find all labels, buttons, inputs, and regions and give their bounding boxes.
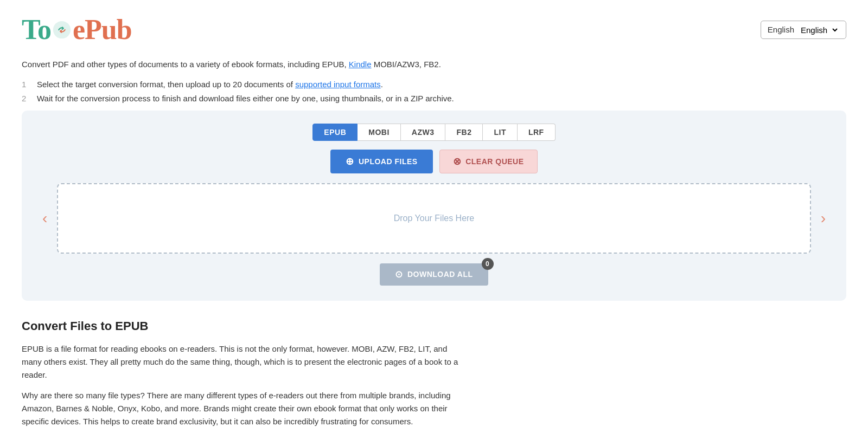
clear-label: CLEAR QUEUE: [465, 157, 524, 166]
svg-point-0: [53, 21, 71, 38]
download-label: DOWNLOAD ALL: [407, 270, 473, 279]
download-icon: ⊙: [395, 269, 403, 280]
format-tabs: EPUB MOBI AZW3 FB2 LIT LRF: [38, 124, 830, 141]
drop-zone[interactable]: Drop Your Files Here: [57, 183, 810, 254]
tab-epub[interactable]: EPUB: [312, 124, 358, 141]
language-dropdown[interactable]: English Spanish French German: [799, 25, 839, 35]
content-para-2: Why are there so many file types? There …: [22, 389, 467, 428]
clear-queue-button[interactable]: ⊗ CLEAR QUEUE: [439, 150, 538, 173]
upload-label: UPLOAD FILES: [359, 157, 418, 166]
tab-fb2[interactable]: FB2: [445, 124, 483, 141]
tab-lit[interactable]: LIT: [483, 124, 518, 141]
upload-button[interactable]: ⊕ UPLOAD FILES: [330, 150, 432, 173]
supported-formats-link[interactable]: supported input formats: [295, 80, 381, 89]
step-2: 2 Wait for the conversion process to fin…: [22, 93, 846, 105]
upload-icon: ⊕: [346, 156, 354, 167]
steps-section: 1 Select the target conversion format, t…: [0, 79, 868, 105]
drop-area-wrapper: ‹ Drop Your Files Here ›: [38, 183, 830, 254]
download-badge: 0: [482, 258, 494, 270]
language-selector[interactable]: English English Spanish French German: [761, 21, 846, 40]
content-section: Convert Files to EPUB EPUB is a file for…: [0, 312, 488, 434]
action-buttons: ⊕ UPLOAD FILES ⊗ CLEAR QUEUE: [38, 150, 830, 173]
download-row: ⊙ DOWNLOAD ALL 0: [38, 263, 830, 286]
step-2-text: Wait for the conversion process to finis…: [37, 93, 454, 105]
kindle-link[interactable]: Kindle: [349, 60, 372, 69]
step-1-number: 1: [22, 79, 34, 91]
next-arrow-button[interactable]: ›: [816, 210, 830, 227]
prev-arrow-button[interactable]: ‹: [38, 210, 52, 227]
logo-arrow-icon: [52, 20, 72, 40]
step-1-text: Select the target conversion format, the…: [37, 79, 383, 91]
header: To ePub English English Spanish French G…: [0, 0, 868, 56]
step-2-number: 2: [22, 93, 34, 105]
tab-azw3[interactable]: AZW3: [401, 124, 446, 141]
converter-box: EPUB MOBI AZW3 FB2 LIT LRF ⊕ UPLOAD FILE…: [22, 111, 846, 301]
clear-icon: ⊗: [453, 156, 462, 167]
content-para-1: EPUB is a file format for reading ebooks…: [22, 342, 467, 382]
content-heading: Convert Files to EPUB: [22, 317, 467, 335]
drop-text: Drop Your Files Here: [394, 212, 475, 225]
intro-section: Convert PDF and other types of documents…: [0, 56, 488, 79]
logo-to: To: [22, 9, 51, 51]
tab-mobi[interactable]: MOBI: [358, 124, 401, 141]
logo: To ePub: [22, 9, 132, 51]
tab-lrf[interactable]: LRF: [518, 124, 556, 141]
logo-epub: ePub: [73, 9, 132, 51]
intro-text: Convert PDF and other types of documents…: [22, 59, 467, 71]
download-all-button[interactable]: ⊙ DOWNLOAD ALL 0: [380, 263, 488, 286]
step-1: 1 Select the target conversion format, t…: [22, 79, 846, 91]
language-label: English: [768, 24, 794, 36]
